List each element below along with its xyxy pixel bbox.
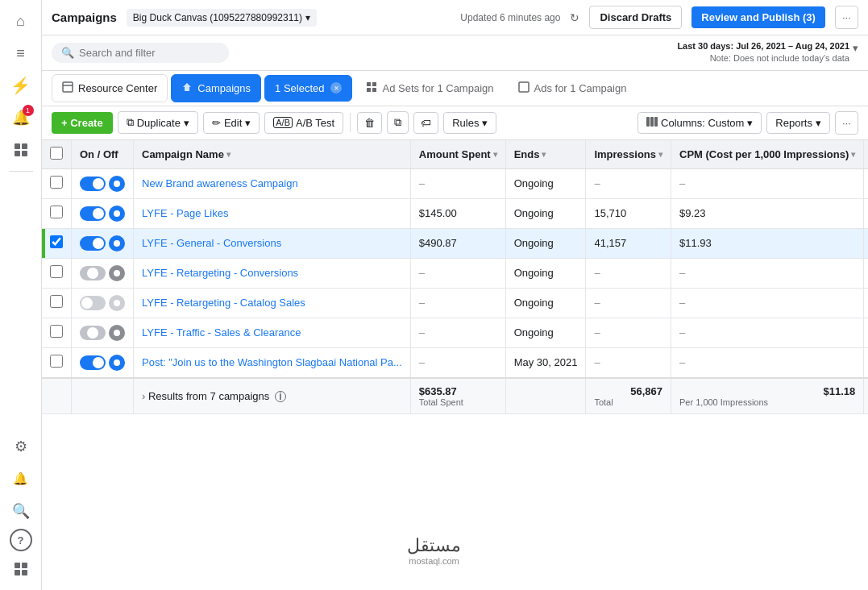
- row1-name-link[interactable]: New Brand awareness Campaign: [142, 177, 298, 189]
- row4-checkbox[interactable]: [50, 265, 63, 278]
- row6-linkclicks: –: [864, 318, 868, 347]
- row5-impressions: –: [586, 288, 671, 318]
- search-input-wrap[interactable]: 🔍: [52, 43, 229, 63]
- row5-name-link[interactable]: LYFE - Retargeting - Catalog Sales: [142, 297, 305, 309]
- svg-point-24: [114, 359, 120, 366]
- row4-toggle[interactable]: [80, 266, 106, 280]
- row6-toggle-cell: [72, 318, 134, 347]
- row3-toggle[interactable]: [80, 236, 106, 251]
- tab-campaigns-selected[interactable]: 1 Selected ×: [264, 75, 352, 102]
- duplicate-icon-button[interactable]: ⧉: [387, 111, 409, 134]
- th-ends-sort[interactable]: Ends ▾: [514, 148, 546, 160]
- row6-name-cell: LYFE - Traffic - Sales & Clearance: [134, 318, 411, 347]
- th-onoff-sort[interactable]: On / Off: [80, 148, 118, 160]
- table-header-row: On / Off Campaign Name ▾ Amount Spent ▾: [42, 140, 868, 169]
- tab-campaigns-selected-label: 1 Selected: [275, 82, 324, 94]
- row3-name-link[interactable]: LYFE - General - Conversions: [142, 237, 281, 249]
- row5-toggle[interactable]: [80, 296, 106, 310]
- delete-icon: 🗑: [364, 117, 375, 129]
- notification-icon[interactable]: 🔔 1: [6, 103, 35, 132]
- row2-toggle[interactable]: [80, 206, 106, 221]
- svg-point-19: [114, 210, 120, 217]
- search-input[interactable]: [79, 47, 219, 59]
- row6-impressions: –: [586, 318, 671, 347]
- svg-point-18: [114, 181, 120, 187]
- create-button[interactable]: + Create: [52, 112, 113, 134]
- tab-adsets[interactable]: Ad Sets for 1 Campaign: [355, 74, 504, 102]
- date-range-chevron: ▾: [853, 42, 858, 54]
- menu-icon[interactable]: ≡: [6, 39, 35, 68]
- updated-text: Updated 6 minutes ago: [460, 12, 560, 23]
- delete-button[interactable]: 🗑: [357, 112, 382, 134]
- row1-checkbox[interactable]: [50, 176, 63, 189]
- rules-button[interactable]: Rules ▾: [443, 112, 496, 134]
- row7-toggle[interactable]: [80, 355, 106, 370]
- grid-icon[interactable]: [6, 135, 35, 164]
- svg-rect-14: [519, 82, 529, 92]
- row1-cpm: –: [671, 168, 864, 198]
- tab-ads[interactable]: Ads for 1 Campaign: [508, 74, 638, 102]
- results-expand-button[interactable]: ›: [142, 390, 145, 402]
- help-icon[interactable]: ?: [10, 529, 32, 551]
- th-impressions-sort[interactable]: Impressions ▾: [594, 148, 662, 160]
- grid-bottom-icon[interactable]: [6, 555, 35, 584]
- row6-toggle[interactable]: [80, 326, 106, 340]
- th-ends: Ends ▾: [505, 140, 586, 169]
- row3-checkbox[interactable]: [50, 235, 63, 248]
- tag-button[interactable]: 🏷: [413, 112, 438, 134]
- th-name-sort[interactable]: Campaign Name ▾: [142, 148, 230, 160]
- th-spent-sort[interactable]: Amount Spent ▾: [419, 148, 497, 160]
- lightning-icon[interactable]: ⚡: [6, 71, 35, 100]
- account-selector[interactable]: Big Duck Canvas (1095227880992311) ▾: [127, 9, 317, 27]
- row2-name-link[interactable]: LYFE - Page Likes: [142, 207, 228, 219]
- row6-checkbox[interactable]: [50, 325, 63, 338]
- select-all-checkbox[interactable]: [50, 147, 63, 160]
- row2-ends: Ongoing: [505, 198, 586, 228]
- tab-ads-label: Ads for 1 Campaign: [534, 82, 627, 94]
- row5-checkbox[interactable]: [50, 295, 63, 308]
- rules-label: Rules: [452, 117, 479, 129]
- row7-name-link[interactable]: Post: "Join us to the Washington Slagbaa…: [142, 356, 402, 368]
- edit-button[interactable]: ✏ Edit ▾: [203, 112, 260, 134]
- reports-button[interactable]: Reports ▾: [766, 112, 830, 134]
- columns-button[interactable]: Columns: Custom ▾: [638, 112, 762, 134]
- refresh-button[interactable]: ↻: [570, 11, 579, 24]
- tab-campaigns[interactable]: Campaigns: [171, 74, 261, 102]
- discard-drafts-button[interactable]: Discard Drafts: [589, 6, 682, 29]
- th-checkbox: [42, 140, 72, 169]
- search-bottom-icon[interactable]: 🔍: [6, 497, 35, 526]
- row4-ends: Ongoing: [505, 258, 586, 288]
- deselect-campaigns-button[interactable]: ×: [330, 82, 342, 93]
- page-title: Campaigns: [52, 10, 117, 24]
- spent-sort-icon: ▾: [493, 150, 497, 159]
- th-cpm-sort[interactable]: CPM (Cost per 1,000 Impressions) ▾: [679, 148, 855, 160]
- settings-icon[interactable]: ⚙: [6, 432, 35, 461]
- date-range-selector[interactable]: Last 30 days: Jul 26, 2021 – Aug 24, 202…: [677, 40, 858, 65]
- review-publish-button[interactable]: Review and Publish (3): [691, 6, 825, 28]
- row2-checkbox[interactable]: [50, 206, 63, 218]
- row3-impressions: 41,157: [586, 228, 671, 258]
- impressions-sort-icon: ▾: [658, 150, 662, 159]
- toolbar: + Create ⧉ Duplicate ▾ ✏ Edit ▾ A/B A/B …: [42, 106, 868, 140]
- svg-rect-11: [372, 82, 376, 86]
- th-spent-label: Amount Spent: [419, 148, 491, 160]
- toolbar-more-button[interactable]: ···: [835, 111, 858, 135]
- cpm-sort-icon: ▾: [851, 150, 855, 159]
- edit-icon: ✏: [212, 117, 221, 129]
- ab-test-button[interactable]: A/B A/B Test: [264, 112, 343, 134]
- alert-bottom-icon[interactable]: 🔔: [6, 464, 35, 493]
- row3-ends: Ongoing: [505, 228, 586, 258]
- home-icon[interactable]: ⌂: [6, 6, 35, 35]
- th-cpm: CPM (Cost per 1,000 Impressions) ▾: [671, 140, 864, 169]
- row7-checkbox[interactable]: [50, 355, 63, 368]
- th-linkclicks: Link Clicks: [864, 140, 868, 169]
- row1-toggle[interactable]: [80, 177, 106, 191]
- duplicate-button[interactable]: ⧉ Duplicate ▾: [118, 111, 198, 134]
- tab-resource-center[interactable]: Resource Center: [52, 74, 168, 102]
- row4-name-link[interactable]: LYFE - Retargeting - Conversions: [142, 267, 298, 279]
- topbar-more-button[interactable]: ···: [835, 6, 858, 29]
- th-impressions: Impressions ▾: [586, 140, 671, 169]
- table-row: LYFE - Traffic - Sales & Clearance – Ong…: [42, 318, 868, 347]
- row6-name-link[interactable]: LYFE - Traffic - Sales & Clearance: [142, 326, 301, 339]
- row2-cpm: $9.23: [671, 198, 864, 228]
